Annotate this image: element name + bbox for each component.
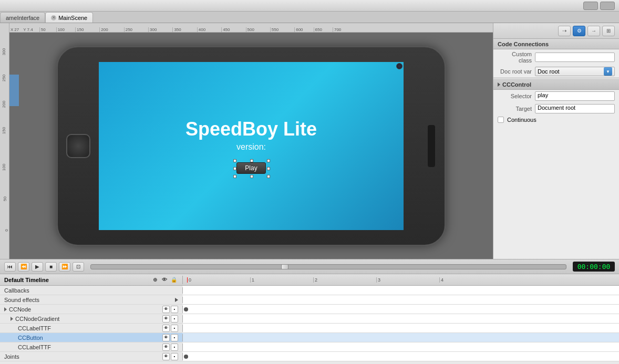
- track-label-cclabelttf2: CCLabelTTF: [18, 344, 51, 350]
- select-arrow[interactable]: ▼: [604, 67, 612, 76]
- ccnodegradient-dot-btn[interactable]: •: [171, 315, 178, 323]
- cclabelttf2-dot-btn[interactable]: •: [171, 344, 178, 351]
- ccnode-dot-btn[interactable]: •: [171, 306, 178, 313]
- inspector-btn-library[interactable]: ⊞: [602, 26, 615, 36]
- custom-class-input[interactable]: [535, 53, 615, 62]
- transport-record[interactable]: ⊡: [73, 262, 84, 272]
- ruler-v-tick-50: 50: [3, 196, 7, 201]
- ruler-v-tick-150: 150: [2, 127, 6, 134]
- scrubber-thumb[interactable]: [281, 264, 288, 269]
- ccbutton-eye-btn[interactable]: 👁: [162, 334, 170, 341]
- canvas-area: X 27 Y 7.4 50 100 150 200 250 300 350 40…: [9, 23, 493, 259]
- transport-back[interactable]: ⏪: [18, 262, 29, 272]
- ccnodegradient-collapse-icon[interactable]: [11, 317, 13, 321]
- tab-mainscene-close[interactable]: ✕: [51, 15, 56, 20]
- inspector-btn-attributes[interactable]: ⚙: [573, 26, 585, 36]
- joints-dot-btn[interactable]: •: [171, 353, 178, 360]
- cclabelttf2-eye-btn[interactable]: 👁: [162, 344, 170, 351]
- track-row-soundeffects[interactable]: Sound effects: [0, 295, 619, 305]
- cccontrol-collapse-icon[interactable]: [498, 82, 500, 87]
- track-label-cell-soundeffects: Sound effects: [0, 297, 183, 303]
- transport-bar: ⏮ ⏪ ▶ ■ ⏩ ⊡ 00:00:00: [0, 259, 619, 274]
- track-row-cclabelttf2[interactable]: CCLabelTTF 👁 •: [0, 342, 619, 352]
- inspector-panel: ⇢ ⚙ → ⊞ Code Connections Custom class Do…: [493, 23, 619, 259]
- handle-ml[interactable]: [233, 167, 236, 170]
- track-row-cclabelttf1[interactable]: CCLabelTTF 👁 •: [0, 324, 619, 333]
- ruler-tick-300: 300: [148, 27, 157, 32]
- track-row-ccnodegradient[interactable]: CCNodeGradient 👁 •: [0, 314, 619, 324]
- ruler-v-tick-300: 300: [2, 48, 6, 55]
- handle-bm[interactable]: [250, 175, 253, 178]
- track-timeline-ccnodegradient: [183, 314, 619, 323]
- cccontrol-label: CCControl: [502, 81, 531, 88]
- transport-forward[interactable]: ⏩: [59, 262, 70, 272]
- track-label-cell-cclabelttf2: CCLabelTTF 👁 •: [0, 344, 183, 351]
- iphone-camera: [396, 63, 403, 69]
- transport-skip-back[interactable]: ⏮: [4, 262, 16, 272]
- timeline-content: Callbacks Sound effects CCNode 👁 •: [0, 286, 619, 364]
- ruler-v-tick-100: 100: [2, 164, 6, 171]
- ruler-coord-x-val: 27: [14, 27, 19, 32]
- tab-gameinterface[interactable]: ameInterface: [0, 12, 45, 23]
- minimize-button[interactable]: [583, 2, 598, 10]
- doc-root-var-label: Doc root var: [498, 68, 532, 75]
- cccontrol-section: CCControl Selector play Target Document …: [493, 78, 619, 126]
- cclabelttf1-dot-btn[interactable]: •: [171, 325, 178, 332]
- transport-play[interactable]: ▶: [32, 262, 43, 272]
- doc-root-var-select[interactable]: Doc root ▼: [535, 67, 615, 76]
- track-timeline-soundeffects: [183, 295, 619, 304]
- continuous-checkbox[interactable]: [498, 117, 504, 123]
- timeline-add-btn[interactable]: ⊕: [151, 276, 159, 284]
- target-input[interactable]: Document root: [535, 104, 615, 113]
- tabs-row: ameInterface ✕ MainScene: [0, 12, 619, 23]
- ruler-v-tick-200: 200: [2, 101, 6, 108]
- track-label-cell-ccbutton: CCButton 👁 •: [0, 334, 183, 341]
- timeline-scrubber[interactable]: [90, 264, 566, 269]
- inspector-toolbar: ⇢ ⚙ → ⊞: [493, 23, 619, 39]
- tab-mainscene[interactable]: ✕ MainScene: [45, 12, 93, 23]
- track-row-callbacks[interactable]: Callbacks: [0, 286, 619, 295]
- inspector-btn-identity[interactable]: →: [587, 26, 600, 36]
- ruler-tick-150: 150: [75, 27, 84, 32]
- game-version: version:: [236, 142, 266, 152]
- handle-br[interactable]: [267, 175, 270, 178]
- ruler-tick-600: 600: [294, 27, 303, 32]
- ruler-coord-y-label: Y: [23, 27, 26, 32]
- ccnode-collapse-icon[interactable]: [4, 307, 7, 311]
- timeline-lock-btn[interactable]: 🔒: [170, 276, 178, 284]
- ruler-v-tick-0: 0: [4, 229, 8, 231]
- ccnode-eye-btn[interactable]: 👁: [162, 306, 170, 313]
- main-area: 300 250 200 150 100 50 0 X 27 Y 7.4 50: [0, 23, 619, 259]
- play-button-container[interactable]: Play: [236, 162, 266, 174]
- selector-input[interactable]: play: [535, 91, 615, 101]
- ccbutton-dot-btn[interactable]: •: [171, 334, 178, 341]
- inspector-btn-connections[interactable]: ⇢: [558, 26, 571, 36]
- track-row-ccnode[interactable]: CCNode 👁 •: [0, 305, 619, 314]
- handle-mr[interactable]: [267, 167, 270, 170]
- selector-row: Selector play: [493, 90, 619, 102]
- code-connections-header: Code Connections: [493, 39, 619, 49]
- handle-bl[interactable]: [233, 175, 236, 178]
- track-row-ccbutton[interactable]: CCButton 👁 •: [0, 333, 619, 342]
- selector-label: Selector: [498, 93, 532, 99]
- canvas-viewport[interactable]: SpeedBoy Lite version:: [9, 33, 493, 259]
- target-label: Target: [498, 106, 532, 112]
- handle-tm[interactable]: [250, 159, 253, 162]
- transport-stop[interactable]: ■: [45, 262, 57, 272]
- maximize-button[interactable]: [600, 2, 615, 10]
- handle-tr[interactable]: [267, 159, 270, 162]
- joints-keyframe-dot: [184, 355, 188, 359]
- ruler-coord-x: X: [11, 27, 13, 32]
- track-timeline-joints: [183, 352, 619, 361]
- handle-tl[interactable]: [233, 159, 236, 162]
- timeline-eye-btn[interactable]: 👁: [160, 276, 169, 284]
- ruler-tick-50: 50: [39, 27, 46, 32]
- cclabelttf1-eye-btn[interactable]: 👁: [162, 325, 170, 332]
- track-timeline-ccbutton: [183, 333, 619, 342]
- timeline-scrub-line[interactable]: [187, 277, 188, 283]
- joints-eye-btn[interactable]: 👁: [162, 353, 170, 360]
- selection-handles: [233, 159, 270, 178]
- target-row: Target Document root: [493, 102, 619, 115]
- track-row-joints[interactable]: Joints 👁 •: [0, 352, 619, 361]
- ccnodegradient-eye-btn[interactable]: 👁: [162, 315, 170, 323]
